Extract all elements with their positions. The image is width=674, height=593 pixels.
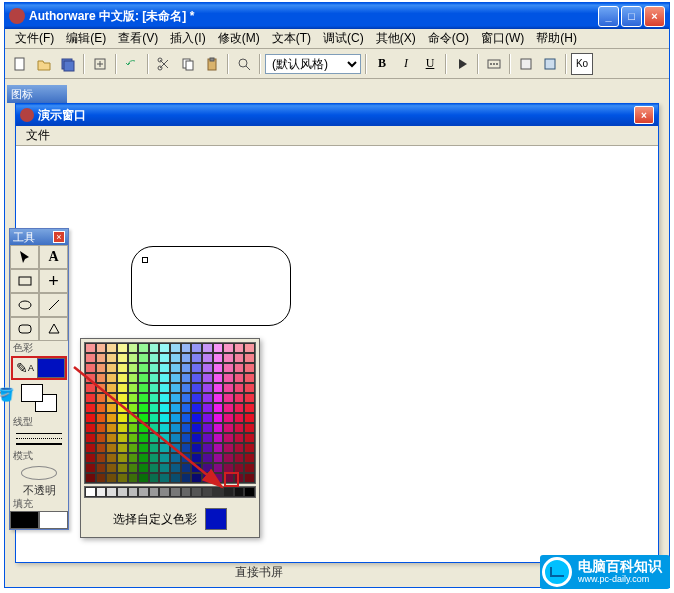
tools-palette-close-button[interactable]: ×: [53, 231, 65, 243]
corner-handle[interactable]: [142, 257, 148, 263]
color-cell[interactable]: [96, 443, 107, 453]
color-cell[interactable]: [244, 393, 255, 403]
color-cell[interactable]: [85, 473, 96, 483]
color-cell[interactable]: [170, 353, 181, 363]
color-cell[interactable]: [213, 353, 224, 363]
color-cell[interactable]: [85, 443, 96, 453]
color-cell[interactable]: [128, 463, 139, 473]
color-cell[interactable]: [213, 363, 224, 373]
menu-edit[interactable]: 编辑(E): [60, 28, 112, 49]
color-cell[interactable]: [202, 373, 213, 383]
color-cell[interactable]: [244, 343, 255, 353]
color-cell[interactable]: [106, 343, 117, 353]
color-cell[interactable]: [244, 373, 255, 383]
grayscale-cell[interactable]: [202, 487, 213, 497]
grayscale-cell[interactable]: [223, 487, 234, 497]
color-cell[interactable]: [159, 443, 170, 453]
color-cell[interactable]: [213, 403, 224, 413]
mode-selector[interactable]: [10, 463, 68, 483]
color-cell[interactable]: [128, 353, 139, 363]
color-cell[interactable]: [96, 403, 107, 413]
variables-button[interactable]: [539, 53, 561, 75]
find-button[interactable]: [233, 53, 255, 75]
color-cell[interactable]: [159, 453, 170, 463]
open-button[interactable]: [33, 53, 55, 75]
grayscale-cell[interactable]: [117, 487, 128, 497]
color-cell[interactable]: [213, 343, 224, 353]
color-cell[interactable]: [170, 403, 181, 413]
color-cell[interactable]: [149, 383, 160, 393]
color-cell[interactable]: [244, 463, 255, 473]
color-cell[interactable]: [96, 383, 107, 393]
color-cell[interactable]: [223, 463, 234, 473]
bold-button[interactable]: B: [371, 53, 393, 75]
color-cell[interactable]: [223, 403, 234, 413]
grayscale-cell[interactable]: [244, 487, 255, 497]
color-cell[interactable]: [191, 453, 202, 463]
menu-debug[interactable]: 调试(C): [317, 28, 370, 49]
color-cell[interactable]: [149, 423, 160, 433]
save-all-button[interactable]: [57, 53, 79, 75]
color-cell[interactable]: [159, 463, 170, 473]
color-cell[interactable]: [149, 343, 160, 353]
underline-button[interactable]: U: [419, 53, 441, 75]
grayscale-cell[interactable]: [191, 487, 202, 497]
line-tool[interactable]: +: [39, 269, 68, 293]
color-cell[interactable]: [117, 453, 128, 463]
color-cell[interactable]: [85, 393, 96, 403]
run-button[interactable]: [451, 53, 473, 75]
grayscale-cell[interactable]: [106, 487, 117, 497]
color-cell[interactable]: [159, 363, 170, 373]
custom-color-label[interactable]: 选择自定义色彩: [113, 511, 197, 528]
color-cell[interactable]: [149, 433, 160, 443]
color-cell[interactable]: [96, 343, 107, 353]
color-cell[interactable]: [128, 413, 139, 423]
color-cell[interactable]: [138, 443, 149, 453]
main-titlebar[interactable]: Authorware 中文版: [未命名] * _ □ ×: [5, 3, 669, 29]
color-cell[interactable]: [202, 343, 213, 353]
color-cell[interactable]: [191, 373, 202, 383]
color-cell[interactable]: [117, 353, 128, 363]
color-cell[interactable]: [181, 383, 192, 393]
color-cell[interactable]: [138, 453, 149, 463]
close-button[interactable]: ×: [644, 6, 665, 27]
color-cell[interactable]: [181, 353, 192, 363]
paste-button[interactable]: [201, 53, 223, 75]
color-cell[interactable]: [159, 403, 170, 413]
presentation-menu-file[interactable]: 文件: [20, 125, 56, 146]
color-cell[interactable]: [149, 463, 160, 473]
color-cell[interactable]: [106, 373, 117, 383]
foreground-color-swatch[interactable]: [21, 384, 43, 402]
color-cell[interactable]: [181, 403, 192, 413]
color-cell[interactable]: [213, 423, 224, 433]
color-cell[interactable]: [213, 433, 224, 443]
color-cell[interactable]: [128, 373, 139, 383]
color-cell[interactable]: [159, 373, 170, 383]
menu-other[interactable]: 其他(X): [370, 28, 422, 49]
color-cell[interactable]: [244, 473, 255, 483]
color-cell[interactable]: [223, 473, 234, 483]
color-cell[interactable]: [213, 453, 224, 463]
color-cell[interactable]: [128, 423, 139, 433]
color-cell[interactable]: [128, 453, 139, 463]
color-cell[interactable]: [138, 393, 149, 403]
color-cell[interactable]: [159, 393, 170, 403]
grayscale-row[interactable]: [84, 486, 256, 498]
color-cell[interactable]: [202, 473, 213, 483]
color-cell[interactable]: [96, 413, 107, 423]
color-cell[interactable]: [149, 363, 160, 373]
color-cell[interactable]: [96, 423, 107, 433]
color-cell[interactable]: [244, 363, 255, 373]
color-cell[interactable]: [202, 383, 213, 393]
color-cell[interactable]: [96, 463, 107, 473]
color-cell[interactable]: [191, 463, 202, 473]
color-cell[interactable]: [117, 443, 128, 453]
color-cell[interactable]: [106, 403, 117, 413]
color-cell[interactable]: [128, 403, 139, 413]
color-cell[interactable]: [223, 383, 234, 393]
color-cell[interactable]: [181, 463, 192, 473]
color-cell[interactable]: [213, 413, 224, 423]
color-cell[interactable]: [223, 363, 234, 373]
color-cell[interactable]: [244, 383, 255, 393]
color-cell[interactable]: [223, 373, 234, 383]
